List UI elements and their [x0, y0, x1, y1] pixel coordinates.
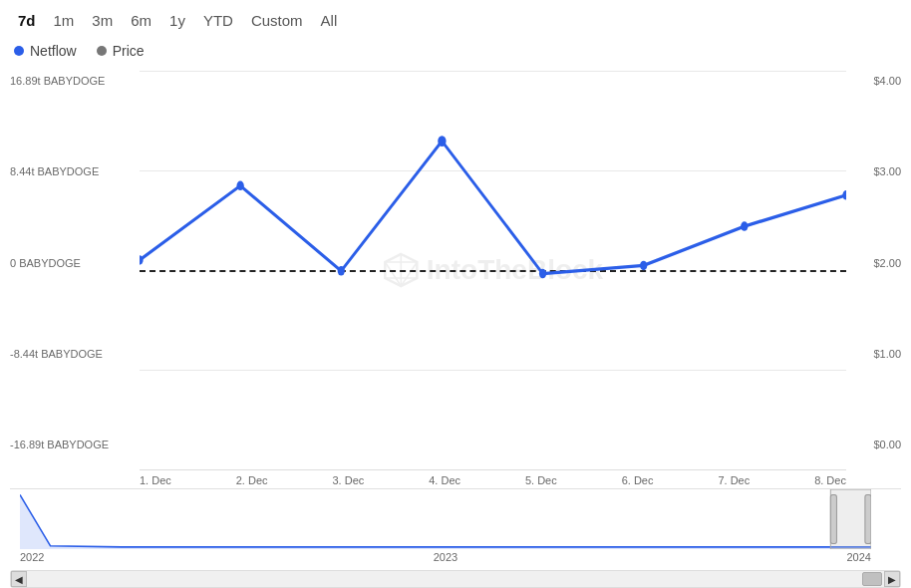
main-chart: 16.89t BABYDOGE 8.44t BABYDOGE 0 BABYDOG… — [10, 71, 901, 470]
y-label-2: 0 BABYDOGE — [10, 257, 132, 269]
chart-area: 16.89t BABYDOGE 8.44t BABYDOGE 0 BABYDOG… — [10, 71, 901, 486]
y-axis-right: $4.00 $3.00 $2.00 $1.00 $0.00 — [846, 71, 901, 470]
x-label-0: 1. Dec — [140, 474, 171, 486]
x-label-5: 6. Dec — [622, 474, 654, 486]
x-axis: 1. Dec 2. Dec 3. Dec 4. Dec 5. Dec 6. De… — [140, 470, 846, 486]
scrollbar-thumb[interactable] — [862, 572, 882, 586]
y-label-3: -8.44t BABYDOGE — [10, 348, 132, 360]
btn-ytd[interactable]: YTD — [195, 8, 241, 33]
y-label-0: 16.89t BABYDOGE — [10, 75, 132, 87]
x-label-2: 3. Dec — [332, 474, 364, 486]
mini-x-label-0: 2022 — [20, 551, 44, 563]
btn-custom[interactable]: Custom — [243, 8, 311, 33]
mini-chart-inner — [20, 489, 871, 549]
data-point-1 — [236, 181, 243, 191]
legend-netflow: Netflow — [14, 43, 77, 59]
btn-1m[interactable]: 1m — [46, 8, 83, 33]
time-range-bar: 7d 1m 3m 6m 1y YTD Custom All — [10, 8, 901, 33]
scrollbar-track[interactable] — [11, 571, 900, 587]
netflow-dot — [14, 46, 24, 56]
chart-legend: Netflow Price — [10, 43, 901, 59]
mini-handle-right[interactable] — [865, 494, 871, 543]
data-point-5 — [640, 261, 647, 271]
mini-chart-container: 2022 2023 2024 — [10, 488, 901, 568]
mini-x-label-1: 2023 — [434, 551, 457, 563]
chart-svg-container: IntoTheBlock — [140, 71, 846, 470]
y-axis-left: 16.89t BABYDOGE 8.44t BABYDOGE 0 BABYDOG… — [10, 71, 140, 470]
y-label-1: 8.44t BABYDOGE — [10, 165, 132, 177]
x-label-3: 4. Dec — [429, 474, 460, 486]
main-container: 7d 1m 3m 6m 1y YTD Custom All Netflow Pr… — [0, 0, 911, 588]
mini-handle-left[interactable] — [830, 494, 836, 543]
btn-7d[interactable]: 7d — [10, 8, 44, 33]
data-point-6 — [741, 221, 748, 231]
btn-all[interactable]: All — [313, 8, 346, 33]
price-label-4: $0.00 — [854, 439, 901, 450]
price-label-1: $3.00 — [854, 165, 901, 177]
data-point-4 — [539, 269, 546, 279]
mini-bg — [20, 489, 871, 549]
netflow-line — [140, 142, 846, 274]
price-label-3: $1.00 — [854, 348, 901, 360]
scroll-right-arrow[interactable]: ▶ — [884, 571, 900, 587]
legend-price: Price — [97, 43, 145, 59]
btn-6m[interactable]: 6m — [123, 8, 159, 33]
x-label-7: 8. Dec — [814, 474, 846, 486]
x-label-4: 5. Dec — [525, 474, 557, 486]
data-point-3 — [438, 136, 446, 147]
price-label-0: $4.00 — [854, 75, 901, 87]
mini-x-labels: 2022 2023 2024 — [10, 549, 901, 563]
scrollbar[interactable]: ◀ ▶ — [10, 570, 901, 588]
main-line-chart — [140, 71, 846, 449]
data-point-2 — [338, 266, 345, 276]
price-dot — [97, 46, 107, 56]
y-label-4: -16.89t BABYDOGE — [10, 439, 132, 450]
mini-x-label-2: 2024 — [847, 551, 871, 563]
btn-1y[interactable]: 1y — [161, 8, 193, 33]
mini-line-chart — [20, 489, 871, 549]
btn-3m[interactable]: 3m — [84, 8, 121, 33]
price-label: Price — [113, 43, 145, 59]
x-label-6: 7. Dec — [718, 474, 750, 486]
price-label-2: $2.00 — [854, 257, 901, 269]
netflow-label: Netflow — [30, 43, 77, 59]
x-label-1: 2. Dec — [236, 474, 268, 486]
